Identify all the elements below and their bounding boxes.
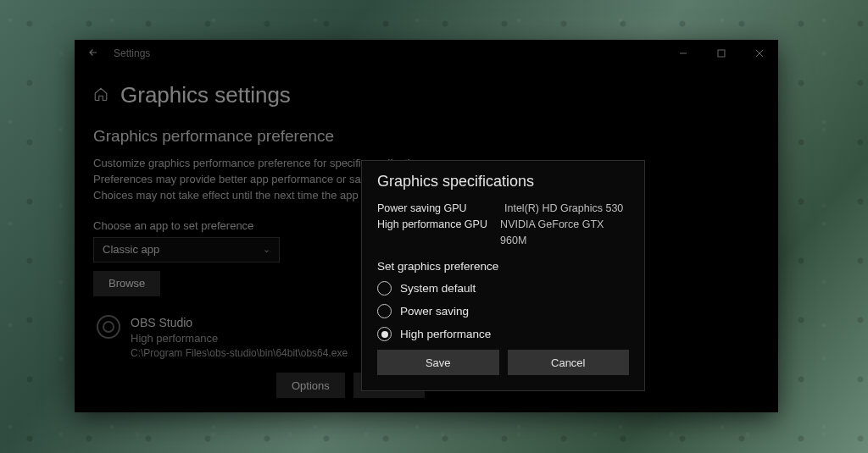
browse-button[interactable]: Browse [93, 271, 160, 296]
save-button[interactable]: Save [377, 350, 499, 375]
titlebar: Settings [75, 40, 778, 67]
dialog-title: Graphics specifications [377, 173, 629, 191]
radio-system-default[interactable]: System default [377, 281, 629, 296]
maximize-button[interactable] [702, 40, 740, 67]
app-kind-value: Classic app [103, 243, 159, 256]
app-name: OBS Studio [131, 315, 348, 332]
app-kind-select[interactable]: Classic app ⌄ [93, 237, 280, 262]
window-title: Settings [114, 47, 150, 59]
app-icon [97, 315, 120, 339]
perf-gpu-label: High performance GPU [377, 217, 500, 249]
close-button[interactable] [740, 40, 778, 67]
app-path: C:\Program Files\obs-studio\bin\64bit\ob… [131, 346, 348, 361]
home-icon[interactable] [93, 86, 108, 105]
graphics-spec-dialog: Graphics specifications Power saving GPU… [361, 160, 645, 391]
section-heading: Graphics performance preference [93, 127, 778, 146]
svg-rect-1 [718, 50, 725, 57]
page-title: Graphics settings [120, 82, 291, 108]
cancel-button[interactable]: Cancel [508, 350, 630, 375]
settings-window: Settings Graphics settings Graphics perf… [75, 40, 778, 412]
radio-icon [377, 281, 392, 296]
chevron-down-icon: ⌄ [263, 244, 270, 255]
radio-label: Power saving [400, 305, 469, 318]
options-button[interactable]: Options [276, 373, 345, 398]
set-pref-label: Set graphics preference [377, 260, 629, 273]
radio-label: High performance [400, 328, 491, 340]
radio-icon [377, 304, 392, 318]
power-gpu-value: Intel(R) HD Graphics 530 [504, 201, 623, 217]
radio-high-performance[interactable]: High performance [377, 327, 629, 341]
radio-power-saving[interactable]: Power saving [377, 304, 629, 318]
power-gpu-label: Power saving GPU [377, 201, 504, 217]
minimize-button[interactable] [664, 40, 702, 67]
back-button[interactable] [85, 47, 102, 61]
radio-label: System default [400, 282, 476, 295]
perf-gpu-value: NVIDIA GeForce GTX 960M [500, 217, 629, 249]
app-entry[interactable]: OBS Studio High performance C:\Program F… [93, 310, 407, 362]
app-pref: High performance [131, 331, 348, 346]
radio-icon-selected [377, 327, 392, 341]
